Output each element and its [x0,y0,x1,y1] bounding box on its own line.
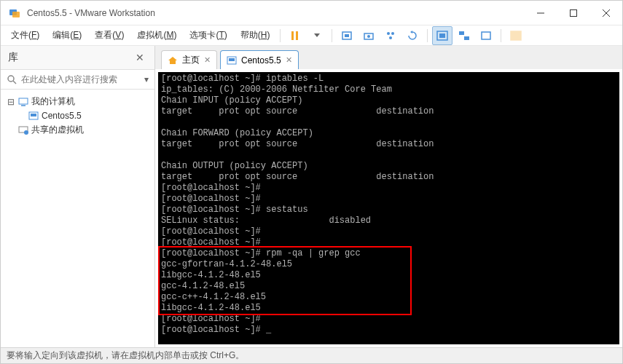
maximize-button[interactable] [557,2,589,24]
main-area: 库 ✕ ▾ ⊟ 我的计算机 Centos5.5 共享的虚拟机 [1,46,622,347]
search-icon [7,74,17,84]
menu-view[interactable]: 查看(V) [89,26,130,44]
sidebar-close-icon[interactable]: ✕ [133,50,147,65]
content-area: 主页 ✕ Centos5.5 ✕ [root@localhost ~]# ipt… [155,46,622,347]
svg-rect-33 [229,58,235,61]
svg-rect-1 [12,12,20,17]
svg-rect-22 [511,31,521,40]
tree-label: Centos5.5 [42,111,82,121]
vmware-app-icon [8,7,21,20]
tab-row: 主页 ✕ Centos5.5 ✕ [155,46,622,69]
snapshot-icon[interactable] [358,26,379,45]
svg-rect-20 [464,36,469,40]
fit-guest-icon[interactable] [432,26,452,45]
minimize-button[interactable] [524,2,557,24]
close-window-button[interactable] [589,2,622,24]
status-text: 要将输入定向到该虚拟机，请在虚拟机内部单击或按 Ctrl+G。 [7,349,244,362]
search-row: ▾ [1,70,154,90]
svg-rect-25 [19,98,28,104]
svg-point-13 [387,32,390,35]
title-bar: Centos5.5 - VMware Workstation [1,1,622,25]
fullscreen-icon[interactable] [506,26,526,45]
power-dropdown-icon[interactable] [307,26,327,45]
svg-rect-3 [570,9,576,16]
svg-point-23 [8,76,14,82]
tree-node-my-computer[interactable]: ⊟ 我的计算机 [4,94,152,109]
tab-label: Centos5.5 [241,55,281,66]
sidebar-header: 库 ✕ [1,46,154,70]
svg-rect-21 [482,32,490,39]
toolbar-separator [332,29,332,42]
svg-rect-7 [296,31,298,40]
svg-rect-19 [459,31,464,35]
svg-rect-10 [345,34,349,37]
svg-marker-31 [168,57,177,64]
svg-point-15 [389,36,392,39]
search-input[interactable] [21,74,140,84]
svg-point-14 [391,32,394,35]
menu-vm[interactable]: 虚拟机(M) [131,26,182,44]
send-ctrl-alt-del-icon[interactable] [337,26,357,45]
menu-tabs[interactable]: 选项卡(T) [184,26,232,44]
menu-file[interactable]: 文件(F) [5,26,45,44]
tree-node-centos[interactable]: Centos5.5 [4,109,152,122]
library-sidebar: 库 ✕ ▾ ⊟ 我的计算机 Centos5.5 共享的虚拟机 [1,46,155,347]
revert-snapshot-icon[interactable] [402,26,423,45]
computer-icon [18,98,28,106]
shared-icon [18,126,28,135]
svg-rect-18 [439,33,445,38]
toolbar-separator [280,29,281,42]
vm-tab-icon [227,55,237,66]
unity-mode-icon[interactable] [454,26,474,45]
svg-marker-16 [410,31,412,33]
tree-label: 我的计算机 [31,95,75,108]
console-view-icon[interactable] [476,26,496,45]
library-tree: ⊟ 我的计算机 Centos5.5 共享的虚拟机 [1,90,154,347]
toolbar-separator [427,29,428,42]
menu-help[interactable]: 帮助(H) [235,26,276,44]
tab-label: 主页 [182,54,200,66]
svg-rect-28 [31,114,36,116]
status-bar: 要将输入定向到该虚拟机，请在虚拟机内部单击或按 Ctrl+G。 [1,347,622,363]
sidebar-title: 库 [8,51,18,64]
terminal-container: [root@localhost ~]# iptables -L ip_table… [155,69,622,347]
expander-icon[interactable]: ⊟ [7,97,15,107]
svg-line-24 [13,81,16,84]
vm-icon [28,111,39,120]
svg-rect-6 [291,31,294,40]
highlight-box [158,246,412,315]
toolbar-separator [501,29,501,42]
home-icon [168,55,178,66]
menu-bar: 文件(F) 编辑(E) 查看(V) 虚拟机(M) 选项卡(T) 帮助(H) [1,25,622,46]
pause-button[interactable] [285,26,305,45]
tree-node-shared[interactable]: 共享的虚拟机 [4,122,152,138]
tab-home[interactable]: 主页 ✕ [161,50,217,69]
tab-centos[interactable]: Centos5.5 ✕ [220,50,299,69]
svg-marker-8 [314,33,320,37]
snapshot-manager-icon[interactable] [380,26,401,45]
tab-close-icon[interactable]: ✕ [204,55,211,65]
search-dropdown-icon[interactable]: ▾ [144,74,149,84]
terminal-view[interactable]: [root@localhost ~]# iptables -L ip_table… [158,72,619,344]
window-title: Centos5.5 - VMware Workstation [27,8,524,18]
tab-close-icon[interactable]: ✕ [286,55,292,65]
tree-label: 共享的虚拟机 [31,124,84,136]
svg-point-12 [367,35,370,38]
menu-edit[interactable]: 编辑(E) [47,26,87,44]
svg-point-30 [24,130,28,135]
